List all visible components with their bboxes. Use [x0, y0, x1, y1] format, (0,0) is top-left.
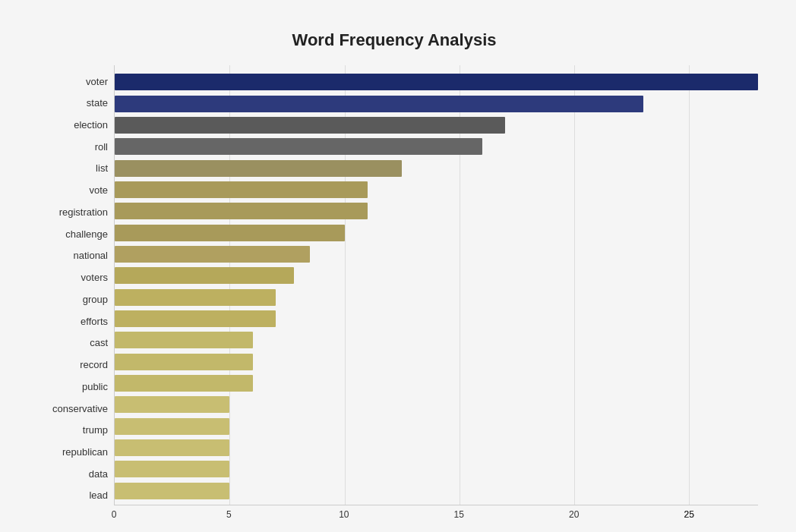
- bar-row-roll: [115, 137, 758, 156]
- x-tick-20: 20: [569, 509, 579, 520]
- bar-public: [115, 375, 253, 392]
- y-label-conservative: conservative: [52, 398, 108, 418]
- y-label-group: group: [83, 289, 108, 309]
- x-tick-10: 10: [339, 509, 349, 520]
- bar-conservative: [115, 396, 229, 413]
- chart-area: voterstateelectionrolllistvoteregistrati…: [30, 65, 758, 505]
- y-label-voters: voters: [81, 268, 108, 288]
- bar-list: [115, 160, 402, 177]
- y-label-lead: lead: [89, 486, 108, 505]
- y-label-record: record: [80, 355, 108, 375]
- y-label-national: national: [73, 246, 108, 266]
- bar-election: [115, 117, 505, 134]
- y-label-cast: cast: [90, 333, 108, 353]
- bar-record: [115, 354, 253, 370]
- bar-row-public: [115, 374, 758, 392]
- x-tick-0: 0: [112, 509, 117, 520]
- y-axis-labels: voterstateelectionrolllistvoteregistrati…: [30, 65, 114, 505]
- bar-vote: [115, 181, 368, 198]
- y-label-roll: roll: [95, 137, 108, 156]
- bar-row-state: [115, 95, 758, 113]
- bar-row-voter: [115, 73, 758, 91]
- y-label-data: data: [89, 464, 108, 483]
- bar-row-national: [115, 245, 758, 263]
- bar-row-lead: [115, 482, 758, 500]
- bar-voters: [115, 267, 294, 284]
- bar-voter: [115, 74, 758, 90]
- grid-and-bars: [114, 65, 758, 505]
- chart-container: Word Frequency Analysis voterstateelecti…: [15, 15, 781, 532]
- chart-title: Word Frequency Analysis: [30, 30, 758, 50]
- y-label-republican: republican: [62, 442, 108, 461]
- bar-row-registration: [115, 202, 758, 220]
- bar-row-record: [115, 353, 758, 371]
- bar-row-voters: [115, 266, 758, 285]
- bars-and-grid: [114, 65, 758, 505]
- bar-republican: [115, 439, 229, 456]
- bar-row-data: [115, 460, 758, 478]
- bar-data: [115, 461, 229, 477]
- bar-efforts: [115, 310, 276, 327]
- bar-row-challenge: [115, 224, 758, 242]
- bar-row-conservative: [115, 395, 758, 414]
- bar-cast: [115, 332, 253, 348]
- bar-row-trump: [115, 417, 758, 436]
- y-label-public: public: [82, 376, 108, 396]
- x-tick-15: 15: [454, 509, 464, 520]
- bar-challenge: [115, 225, 345, 241]
- bar-row-efforts: [115, 310, 758, 328]
- x-axis-labels: 051015202525: [114, 505, 758, 521]
- y-label-election: election: [74, 115, 108, 134]
- bar-row-group: [115, 288, 758, 307]
- bar-registration: [115, 203, 368, 219]
- y-label-state: state: [87, 93, 108, 113]
- bar-roll: [115, 138, 482, 155]
- y-label-voter: voter: [86, 71, 108, 91]
- bar-group: [115, 289, 276, 306]
- bar-state: [115, 96, 643, 112]
- y-label-vote: vote: [89, 181, 108, 200]
- bar-national: [115, 246, 310, 263]
- y-label-efforts: efforts: [81, 311, 108, 331]
- bar-lead: [115, 483, 229, 499]
- y-label-list: list: [96, 159, 108, 178]
- y-label-trump: trump: [83, 420, 108, 440]
- bar-row-cast: [115, 331, 758, 349]
- bar-row-republican: [115, 439, 758, 457]
- bar-row-vote: [115, 181, 758, 199]
- bar-trump: [115, 418, 229, 435]
- x-tick-25: 25: [684, 509, 693, 520]
- bar-row-list: [115, 159, 758, 178]
- bar-row-election: [115, 116, 758, 134]
- bars-container: [115, 71, 758, 505]
- y-label-challenge: challenge: [65, 224, 108, 244]
- x-tick-5: 5: [226, 509, 232, 520]
- y-label-registration: registration: [59, 202, 108, 222]
